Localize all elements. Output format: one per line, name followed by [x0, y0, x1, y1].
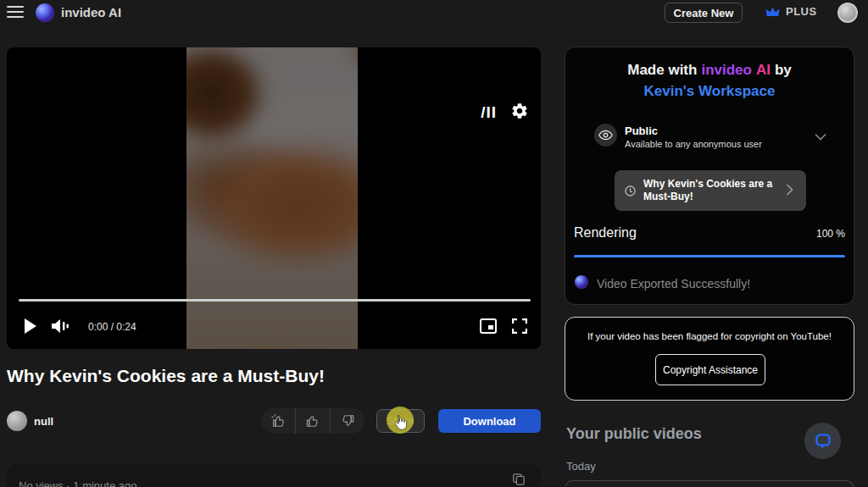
reaction-bar [261, 408, 364, 434]
video-player[interactable]: /II 0:00 / 0:24 [7, 47, 541, 349]
current-video-title: Why Kevin's Cookies are a Must-Buy! [643, 178, 779, 203]
thumbs-down-icon [339, 412, 356, 429]
menu-icon[interactable] [7, 6, 24, 19]
dislike-button[interactable] [330, 408, 364, 434]
top-bar: invideo AI Create New PLUS [0, 0, 868, 25]
brand-invideo-text: invideo [701, 62, 752, 79]
chevron-right-icon [786, 184, 793, 199]
volume-icon[interactable] [51, 318, 70, 337]
copyright-message: If your video has been flagged for copyr… [565, 331, 854, 341]
user-avatar[interactable] [837, 3, 858, 23]
clock-icon [625, 185, 636, 200]
plan-label: PLUS [786, 5, 817, 18]
invideo-logo-icon [36, 3, 54, 22]
super-like-button[interactable] [261, 408, 295, 434]
copy-icon[interactable] [512, 473, 526, 487]
play-button-icon[interactable] [24, 318, 37, 337]
settings-gear-icon[interactable] [510, 102, 529, 124]
made-with-text: Made with [627, 62, 697, 79]
public-videos-heading: Your public videos [566, 425, 702, 443]
brand-ai-text: AI [756, 62, 771, 79]
invideo-logo-small-icon [575, 275, 588, 289]
visibility-description: Available to any anonymous user [625, 139, 762, 149]
download-button[interactable]: Download [438, 409, 541, 433]
by-text: by [775, 62, 792, 79]
pip-icon[interactable] [480, 318, 497, 337]
library-video-card[interactable] [565, 480, 854, 487]
copyright-assistance-button[interactable]: Copyright Assistance [655, 354, 765, 385]
rendering-progress-bar [574, 255, 845, 257]
visibility-icon-circle [594, 124, 617, 147]
video-stats-card[interactable]: No views · 1 minute ago [7, 464, 541, 487]
author-name: null [34, 415, 53, 428]
rendering-percent: 100 % [816, 228, 845, 240]
like-button[interactable] [295, 408, 330, 434]
chat-bubble-icon [813, 431, 833, 451]
eye-icon [598, 130, 613, 141]
made-with-heading: Made with invideo AI by [565, 62, 854, 79]
video-meta: No views · 1 minute ago [19, 479, 136, 487]
copyright-panel: If your video has been flagged for copyr… [565, 317, 854, 401]
author-avatar [7, 411, 27, 431]
workspace-link[interactable]: Kevin's Workspace [565, 83, 854, 100]
export-status: Video Exported Successfully! [597, 277, 750, 291]
visibility-label: Public [625, 125, 658, 137]
chevron-down-icon[interactable] [815, 129, 826, 144]
mouse-cursor-icon [393, 414, 408, 435]
create-new-button[interactable]: Create New [665, 3, 743, 23]
chat-fab-button[interactable] [804, 423, 841, 459]
thumbs-up-icon [304, 412, 321, 429]
brand-title: invideo AI [61, 5, 121, 19]
time-display: 0:00 / 0:24 [88, 321, 136, 333]
seek-bar[interactable] [19, 299, 531, 302]
crown-icon [765, 6, 780, 18]
current-video-card[interactable]: Why Kevin's Cookies are a Must-Buy! [615, 170, 806, 211]
thumbs-up-sparkle-icon [270, 412, 287, 429]
fullscreen-icon[interactable] [512, 318, 527, 337]
export-panel: Made with invideo AI by Kevin's Workspac… [565, 47, 854, 305]
page-title: Why Kevin's Cookies are a Must-Buy! [7, 366, 325, 386]
rendering-label: Rendering [574, 225, 637, 241]
today-group-label: Today [566, 460, 596, 473]
plan-badge[interactable]: PLUS [765, 5, 817, 18]
playback-speed-icon[interactable]: /II [481, 103, 497, 122]
video-frame [186, 47, 358, 349]
